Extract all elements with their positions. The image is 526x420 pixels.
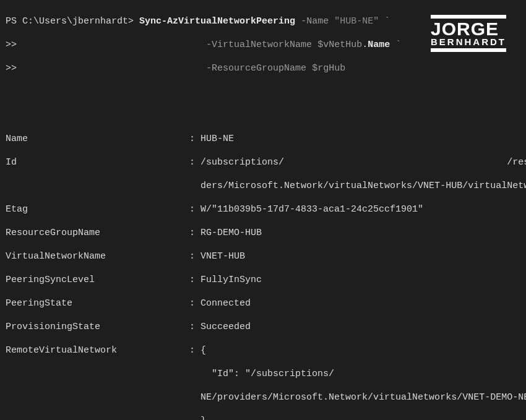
value-remotevnet-l2: "Id": "/subscriptions/ (200, 369, 334, 379)
label-peeringstate: PeeringState : (6, 298, 200, 309)
value-remotevnet-l3: NE/providers/Microsoft.Network/virtualNe… (200, 392, 526, 403)
arg-name: "HUB-NE" (334, 16, 379, 27)
param-vnet: -VirtualNetworkName (206, 40, 312, 50)
indent (6, 416, 200, 420)
param-name: -Name (301, 16, 329, 27)
arg-vnet-var: $vNetHub (317, 40, 362, 50)
label-remotevnet: RemoteVirtualNetwork : (6, 345, 200, 356)
out-row: Name : HUB-NE (6, 133, 520, 145)
out-row: PeeringSyncLevel : FullyInSync (6, 274, 520, 286)
out-row: RemoteVirtualNetwork : { (6, 345, 520, 356)
arg-vnet-member: Name (368, 40, 390, 50)
out-row: NE/providers/Microsoft.Network/virtualNe… (6, 392, 520, 403)
cmd-line-2[interactable]: >> -VirtualNetworkName $vNetHub.Name ` (6, 39, 520, 51)
indent (6, 392, 200, 403)
terminal-output: PS C:\Users\jbernhardt> Sync-AzVirtualNe… (0, 0, 526, 420)
cmd-line-1[interactable]: PS C:\Users\jbernhardt> Sync-AzVirtualNe… (6, 15, 520, 27)
out-row: } (6, 415, 520, 420)
cmd-line-3[interactable]: >> -ResourceGroupName $rgHub (6, 62, 520, 74)
cmdlet-name: Sync-AzVirtualNetworkPeering (139, 16, 295, 27)
blank-line (6, 109, 520, 121)
label-vnet: VirtualNetworkName : (6, 251, 200, 262)
line-continuation: ` (395, 40, 401, 50)
ps-prompt: PS C:\Users\jbernhardt> (6, 16, 134, 27)
value-synclevel: FullyInSync (200, 275, 262, 285)
value-remotevnet-l4: } (200, 416, 206, 420)
param-rg: -ResourceGroupName (206, 63, 306, 74)
arg-rg: $rgHub (312, 63, 345, 74)
out-row: VirtualNetworkName : VNET-HUB (6, 251, 520, 262)
label-etag: Etag : (6, 204, 200, 215)
value-id-l1: /subscriptions/ /resourceProvi (200, 157, 526, 168)
blank-line (6, 86, 520, 98)
value-remotevnet-l1: { (200, 345, 206, 356)
label-rg: ResourceGroupName : (6, 228, 200, 238)
ps-cont-prompt: >> (6, 40, 17, 50)
value-id-l2: ders/Microsoft.Network/virtualNetworks/V… (200, 181, 526, 191)
indent (6, 181, 200, 191)
value-rg: RG-DEMO-HUB (200, 228, 262, 238)
out-row: Etag : W/"11b039b5-17d7-4833-aca1-24c25c… (6, 204, 520, 215)
indent (6, 369, 200, 379)
value-vnet: VNET-HUB (200, 251, 245, 262)
out-row: "Id": "/subscriptions/ (6, 368, 520, 380)
out-row: ProvisioningState : Succeeded (6, 321, 520, 333)
out-row: ders/Microsoft.Network/virtualNetworks/V… (6, 180, 520, 192)
label-name: Name : (6, 134, 200, 144)
value-provstate: Succeeded (200, 322, 251, 332)
ps-cont-prompt: >> (6, 63, 17, 74)
out-row: ResourceGroupName : RG-DEMO-HUB (6, 227, 520, 239)
value-peeringstate: Connected (200, 298, 251, 309)
line-continuation: ` (384, 16, 390, 27)
label-provstate: ProvisioningState : (6, 322, 200, 332)
label-synclevel: PeeringSyncLevel : (6, 275, 200, 285)
out-row: PeeringState : Connected (6, 298, 520, 309)
value-name: HUB-NE (200, 134, 234, 144)
value-etag: W/"11b039b5-17d7-4833-aca1-24c25ccf1901" (200, 204, 423, 215)
label-id: Id : (6, 157, 200, 168)
out-row: Id : /subscriptions/ /resourceProvi (6, 156, 520, 168)
dot: . (362, 40, 368, 50)
